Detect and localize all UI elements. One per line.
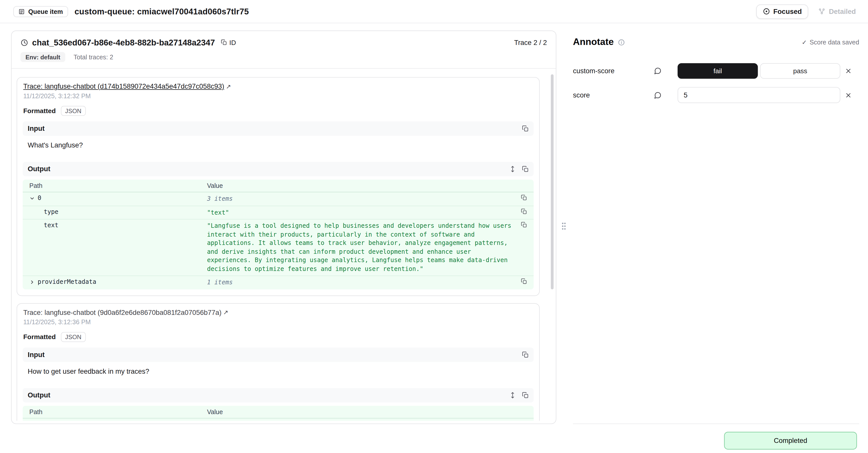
comment-icon[interactable] (654, 91, 662, 99)
copy-icon[interactable] (521, 420, 527, 421)
row-value: "text" (207, 208, 534, 217)
copy-icon[interactable] (522, 166, 529, 172)
trace-timestamp-2: 11/12/2025, 3:12:36 PM (23, 318, 534, 325)
row-value: 1 items (207, 278, 534, 287)
copy-id-button[interactable]: ID (221, 39, 236, 47)
score-option-fail[interactable]: fail (678, 63, 758, 78)
input-text-2: How to get user feedback in my traces? (23, 362, 534, 382)
queue-icon (18, 8, 25, 15)
save-status-label: Score data saved (809, 39, 859, 46)
total-traces-label: Total traces: 2 (74, 54, 113, 60)
id-label: ID (229, 39, 236, 47)
copy-icon[interactable] (522, 351, 529, 358)
tab-json[interactable]: JSON (61, 332, 86, 342)
score-name-label: score (573, 91, 590, 99)
copy-icon[interactable] (522, 392, 529, 398)
copy-icon (221, 39, 227, 46)
comment-icon[interactable] (654, 67, 662, 75)
input-section-header-1: Input (23, 121, 534, 136)
completed-button[interactable]: Completed (724, 432, 857, 450)
table-row: type "text" (23, 206, 534, 220)
input-text-1: What's Langfuse? (23, 136, 534, 156)
delete-score-icon[interactable] (845, 67, 852, 75)
format-tabs-1: Formatted JSON (23, 106, 534, 116)
top-bar: Queue item custom-queue: cmiacwel70041ad… (0, 0, 868, 23)
focused-button-label: Focused (773, 7, 802, 16)
row-path: type (43, 208, 58, 216)
output-section-header-1: Output (23, 162, 534, 176)
table-row: 0 3 items (23, 192, 534, 206)
tab-json[interactable]: JSON (61, 106, 86, 116)
score-value-input[interactable] (678, 87, 840, 103)
network-icon (818, 8, 826, 15)
save-status: ✓ Score data saved (802, 39, 859, 46)
clock-icon (21, 39, 28, 47)
external-link-icon: ↗ (226, 83, 231, 90)
trace-counter: Trace 2 / 2 (514, 39, 547, 47)
row-path: 0 (38, 420, 41, 421)
annotate-title: Annotate (573, 37, 614, 48)
annotate-panel: Annotate ✓ Score data saved custom-score… (573, 31, 859, 424)
value-column-header: Value (207, 182, 223, 189)
path-column-header: Path (23, 408, 207, 415)
copy-icon[interactable] (521, 208, 527, 214)
score-row-custom-score: custom-score fail pass (573, 63, 859, 79)
row-value: 3 items (207, 195, 534, 203)
trace-card-1: Trace: langfuse-chatbot (d174b1589072e43… (17, 77, 540, 296)
external-link-icon: ↗ (223, 309, 228, 316)
queue-badge-label: Queue item (28, 8, 63, 15)
focused-button[interactable]: Focused (756, 4, 808, 19)
input-label: Input (28, 125, 44, 133)
output-section-header-2: Output (23, 388, 534, 402)
delete-score-icon[interactable] (845, 91, 852, 99)
copy-icon[interactable] (521, 278, 527, 284)
session-title: chat_536ed067-b86e-4eb8-882b-ba27148a234… (32, 38, 215, 47)
grip-dots-icon (561, 222, 566, 230)
score-name-label: custom-score (573, 67, 615, 75)
table-row: providerMetadata 1 items (23, 276, 534, 289)
table-row: text "Langfuse is a tool designed to hel… (23, 220, 534, 276)
input-section-header-2: Input (23, 347, 534, 362)
row-value: 3 items (207, 420, 534, 421)
page: Queue item custom-queue: cmiacwel70041ad… (0, 0, 868, 453)
output-label: Output (28, 165, 51, 173)
value-column-header: Value (207, 408, 223, 415)
chevron-down-icon[interactable] (29, 196, 35, 201)
vertical-scrollbar[interactable] (551, 74, 554, 289)
output-json-table-2: Path Value 0 3 items (23, 405, 534, 421)
page-title: custom-queue: cmiacwel70041ad060s7tlr75 (75, 6, 249, 16)
focus-icon (763, 8, 770, 15)
format-tabs-2: Formatted JSON (23, 332, 534, 342)
expand-icon[interactable] (509, 392, 516, 398)
row-path: text (43, 222, 58, 229)
copy-icon[interactable] (521, 222, 527, 228)
trace-timestamp-1: 11/12/2025, 3:12:32 PM (23, 93, 534, 99)
table-row: 0 3 items (23, 418, 534, 421)
trace-card-2: Trace: langfuse-chatbot (9d0a6f2e6de8670… (17, 303, 540, 421)
input-label: Input (28, 350, 44, 358)
score-option-pass[interactable]: pass (760, 63, 840, 78)
score-row-score: score (573, 87, 859, 103)
trace-scroll-area: Trace: langfuse-chatbot (d174b1589072e43… (11, 69, 556, 421)
detailed-button-label: Detailed (829, 7, 856, 16)
check-icon: ✓ (802, 39, 807, 46)
copy-icon[interactable] (521, 195, 527, 201)
detailed-button[interactable]: Detailed (815, 5, 859, 18)
row-value: "Langfuse is a tool designed to help bus… (207, 222, 534, 273)
panel-resize-handle[interactable] (561, 221, 567, 231)
chevron-right-icon[interactable] (29, 279, 35, 285)
tab-formatted[interactable]: Formatted (23, 333, 56, 341)
expand-icon[interactable] (509, 166, 516, 172)
output-json-table-1: Path Value 0 3 items (23, 179, 534, 289)
queue-item-badge: Queue item (13, 6, 68, 17)
path-column-header: Path (23, 182, 207, 189)
trace-panel-header: chat_536ed067-b86e-4eb8-882b-ba27148a234… (11, 31, 556, 69)
trace-link-2[interactable]: Trace: langfuse-chatbot (9d0a6f2e6de8670… (23, 309, 221, 316)
row-path: 0 (38, 195, 41, 202)
trace-link-1[interactable]: Trace: langfuse-chatbot (d174b1589072e43… (23, 83, 224, 90)
output-label: Output (28, 391, 51, 399)
tab-formatted[interactable]: Formatted (23, 107, 56, 115)
info-icon[interactable] (618, 39, 625, 46)
copy-icon[interactable] (522, 125, 529, 132)
view-toggle: Focused Detailed (756, 4, 859, 19)
